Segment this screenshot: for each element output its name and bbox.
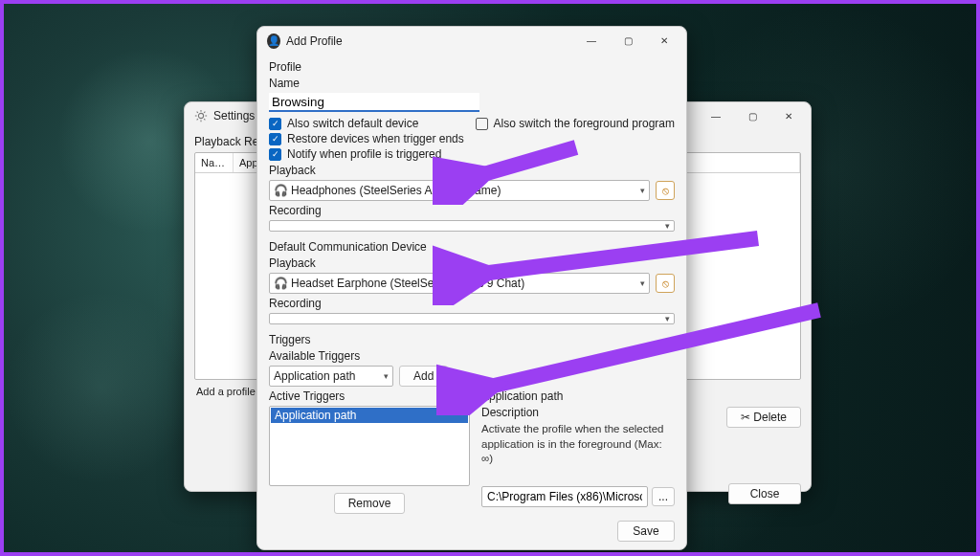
active-triggers-label: Active Triggers [269,389,470,403]
add-profile-window: 👤 Add Profile — ▢ ✕ Profile Name ✓Also s… [256,26,687,550]
trigger-desc-label: Description [481,406,675,419]
svg-line-7 [197,119,198,120]
delete-label: Delete [753,411,787,424]
chk-switch-default[interactable]: ✓Also switch default device [269,117,464,130]
save-button[interactable]: Save [617,521,675,542]
svg-point-0 [198,113,203,118]
comm-playback-value: Headset Earphone (SteelSeries Arctis 9 C… [291,277,640,290]
user-icon: 👤 [267,34,280,48]
remove-trigger-button[interactable]: Remove [334,493,406,514]
reset-comm-playback-button[interactable]: ⦸ [656,274,675,293]
name-label: Name [269,77,675,90]
chevron-down-icon: ▾ [665,221,670,231]
comm-playback-label: Playback [269,256,675,270]
trigger-detail-title: Application path [481,389,675,403]
svg-line-5 [197,112,198,113]
list-item[interactable]: Application path [271,408,468,423]
reset-playback-button[interactable]: ⦸ [656,181,675,200]
headphones-icon: 🎧 [274,184,287,197]
chevron-down-icon: ▾ [640,186,645,195]
playback-value: Headphones (SteelSeries Arctis 9 Game) [291,184,640,197]
comm-recording-select[interactable]: ▾ [269,313,675,324]
communication-section: Default Communication Device [269,240,675,254]
chk-notify[interactable]: ✓Notify when profile is triggered [269,147,464,161]
chk-switch-foreground[interactable]: Also switch the foreground program [476,117,675,130]
triggers-section: Triggers [269,333,675,346]
trigger-path-input[interactable] [481,486,648,507]
add-profile-title: Add Profile [286,34,573,48]
close-settings-button[interactable]: Close [728,483,801,504]
maximize-button[interactable]: ▢ [610,28,646,55]
add-trigger-button[interactable]: Add [399,366,448,387]
chevron-down-icon: ▾ [384,371,389,381]
comm-recording-label: Recording [269,297,675,310]
maximize-button[interactable]: ▢ [734,102,770,129]
minimize-button[interactable]: — [698,102,734,129]
column-name[interactable]: Na… [195,153,234,172]
chevron-down-icon: ▾ [640,278,645,288]
delete-button[interactable]: ✂ Delete [726,407,801,428]
active-triggers-list[interactable]: Application path [269,406,470,486]
close-button[interactable]: ✕ [646,28,682,55]
add-profile-titlebar: 👤 Add Profile — ▢ ✕ [257,27,686,55]
headset-icon: 🎧 [274,277,287,290]
scissors-icon: ✂ [741,411,750,424]
gear-icon [194,109,208,122]
svg-line-8 [204,112,205,113]
profile-section: Profile [269,60,675,74]
minimize-button[interactable]: — [573,28,610,55]
close-button[interactable]: ✕ [770,102,807,129]
chk-restore[interactable]: ✓Restore devices when trigger ends [269,132,464,145]
browse-path-button[interactable]: ... [652,487,675,506]
comm-playback-select[interactable]: 🎧 Headset Earphone (SteelSeries Arctis 9… [269,273,650,294]
name-input[interactable] [269,93,479,112]
svg-line-6 [204,119,205,120]
chevron-down-icon: ▾ [665,314,670,323]
available-triggers-select[interactable]: Application path ▾ [269,366,393,387]
playback-device-select[interactable]: 🎧 Headphones (SteelSeries Arctis 9 Game)… [269,180,650,201]
recording-device-select[interactable]: ▾ [269,220,675,232]
playback-label: Playback [269,164,675,177]
trigger-desc: Activate the profile when the selected a… [481,422,675,467]
available-triggers-label: Available Triggers [269,349,675,363]
recording-label: Recording [269,204,675,217]
